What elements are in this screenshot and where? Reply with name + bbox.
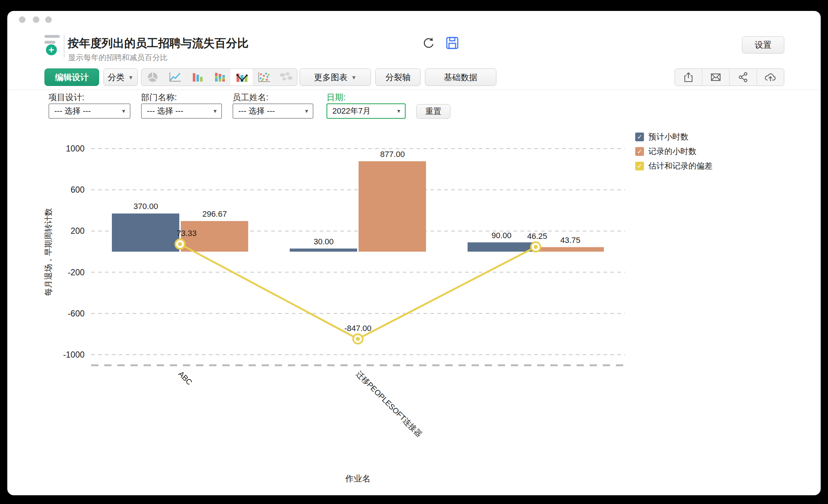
app-window: 按年度列出的员工招聘与流失百分比 显示每年的招聘和减员百分比 设置 编辑设计 分… bbox=[7, 11, 821, 495]
bar[interactable] bbox=[112, 213, 179, 252]
x-axis-title: 作业名 bbox=[345, 474, 371, 483]
y-tick-label: -600 bbox=[68, 309, 85, 318]
bar-value-label: 296.67 bbox=[202, 209, 227, 218]
bar[interactable] bbox=[359, 161, 426, 252]
x-category-label: 迁移PEOPLESOFT连接器 bbox=[355, 370, 424, 439]
bar[interactable] bbox=[290, 249, 357, 252]
bar-value-label: 877.00 bbox=[380, 150, 405, 159]
bar-value-label: 90.00 bbox=[491, 231, 511, 240]
bar-value-label: 43.75 bbox=[560, 236, 580, 245]
y-tick-label: 200 bbox=[71, 226, 85, 236]
combo-chart: 1000600200-200-600-1000370.0030.0090.002… bbox=[7, 11, 821, 495]
bar-value-label: 370.00 bbox=[133, 202, 158, 211]
bar-value-label: 30.00 bbox=[313, 237, 333, 246]
bar[interactable] bbox=[536, 247, 604, 252]
line-marker-dot bbox=[178, 242, 182, 246]
y-tick-label: -200 bbox=[68, 268, 85, 277]
x-category-label: ABC bbox=[177, 370, 194, 387]
y-tick-label: 1000 bbox=[66, 144, 85, 153]
line-value-label: -847.00 bbox=[344, 324, 372, 333]
line-value-label: 73.33 bbox=[176, 229, 196, 238]
bar[interactable] bbox=[468, 243, 535, 252]
y-axis-title: 每月退场，早期周转计数 bbox=[44, 208, 53, 296]
y-tick-label: -1000 bbox=[63, 350, 85, 359]
line-marker-dot bbox=[356, 337, 360, 341]
y-tick-label: 600 bbox=[71, 185, 85, 194]
line-marker-dot bbox=[534, 245, 538, 249]
line-value-label: 46.25 bbox=[527, 232, 547, 241]
